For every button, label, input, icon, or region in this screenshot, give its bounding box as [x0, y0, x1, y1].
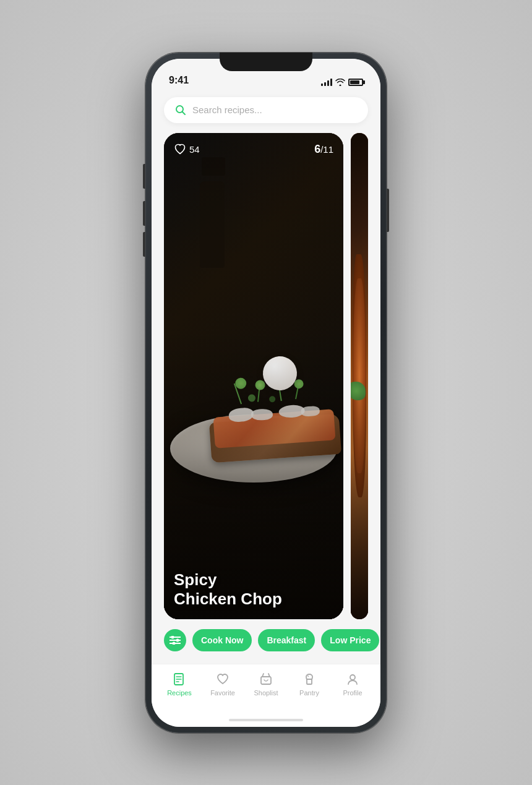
- filter-icon-button[interactable]: [164, 629, 186, 651]
- svg-point-6: [173, 641, 176, 645]
- low-price-chip[interactable]: Low Price: [321, 629, 379, 651]
- step-counter: 6/11: [314, 143, 333, 156]
- phone-wrapper: 9:41: [0, 0, 532, 785]
- step-current: 6: [314, 143, 320, 155]
- search-bar[interactable]: Search recipes...: [164, 97, 368, 123]
- title-line1: Spicy: [174, 570, 217, 589]
- tab-bar: Recipes Favorite: [152, 664, 380, 713]
- pantry-tab-label: Pantry: [299, 689, 319, 697]
- recipes-tab-label: Recipes: [167, 689, 192, 697]
- recipe-card-secondary[interactable]: [351, 133, 368, 619]
- svg-line-12: [308, 676, 309, 676]
- search-container: Search recipes...: [164, 90, 368, 133]
- svg-point-4: [176, 638, 179, 641]
- pantry-icon: [302, 672, 317, 687]
- shoplist-icon: [259, 672, 273, 687]
- card-overlay: 54 6/11 Spicy Chicken Chop: [164, 133, 343, 619]
- phone-device: 9:41: [145, 53, 387, 733]
- step-total: 11: [323, 144, 333, 155]
- signal-icon: [321, 79, 332, 86]
- favorite-tab-label: Favorite: [210, 689, 235, 697]
- status-icons: [321, 79, 363, 86]
- cook-now-chip[interactable]: Cook Now: [192, 629, 252, 651]
- secondary-food-visual: [351, 133, 368, 619]
- notch: [220, 53, 312, 71]
- profile-icon: [345, 672, 360, 687]
- profile-tab-label: Profile: [343, 689, 362, 697]
- tab-shoplist[interactable]: Shoplist: [244, 672, 288, 697]
- svg-rect-11: [261, 677, 271, 684]
- card-bottom: Spicy Chicken Chop: [174, 570, 333, 609]
- wifi-icon: [335, 79, 345, 86]
- favorite-icon: [215, 672, 230, 687]
- heart-icon: [174, 143, 186, 155]
- search-input[interactable]: Search recipes...: [192, 105, 262, 115]
- battery-icon: [348, 79, 363, 86]
- home-indicator: [152, 713, 380, 727]
- card-top-row: 54 6/11: [174, 143, 333, 156]
- home-indicator-bar: [229, 719, 303, 721]
- status-time: 9:41: [169, 75, 189, 86]
- equalizer-icon: [169, 636, 181, 645]
- tab-pantry[interactable]: Pantry: [288, 672, 331, 697]
- svg-point-2: [171, 636, 174, 639]
- recipe-cards-area: 54 6/11 Spicy Chicken Chop: [164, 133, 368, 619]
- shoplist-tab-label: Shoplist: [254, 689, 278, 697]
- card-likes: 54: [174, 143, 200, 155]
- svg-point-13: [350, 675, 355, 680]
- breakfast-chip[interactable]: Breakfast: [258, 629, 315, 651]
- recipe-card-main[interactable]: 54 6/11 Spicy Chicken Chop: [164, 133, 343, 619]
- filter-chips: Cook Now Breakfast Low Price: [164, 629, 368, 651]
- search-icon: [175, 105, 186, 116]
- recipes-icon: [172, 672, 187, 687]
- screen-content: Search recipes...: [152, 90, 380, 664]
- tab-favorite[interactable]: Favorite: [201, 672, 244, 697]
- phone-screen: 9:41: [152, 59, 380, 727]
- tab-profile[interactable]: Profile: [331, 672, 374, 697]
- likes-count: 54: [189, 144, 200, 155]
- tab-recipes[interactable]: Recipes: [158, 672, 201, 697]
- title-line2: Chicken Chop: [174, 590, 282, 608]
- recipe-title: Spicy Chicken Chop: [174, 570, 333, 609]
